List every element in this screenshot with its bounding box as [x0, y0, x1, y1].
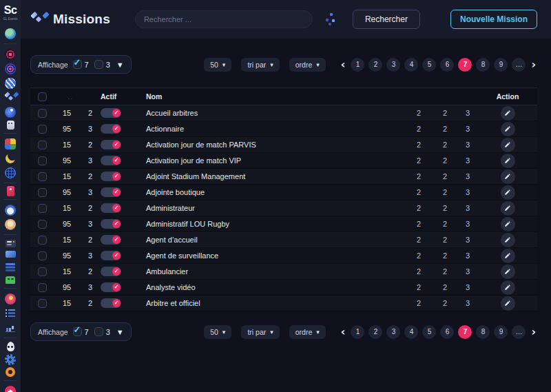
radio-icon[interactable]: [6, 240, 16, 247]
active-toggle[interactable]: ✓: [101, 140, 121, 149]
page-button[interactable]: 5: [422, 325, 436, 339]
page-button[interactable]: 3: [386, 58, 400, 72]
active-toggle[interactable]: ✓: [101, 108, 121, 118]
row-checkbox[interactable]: [38, 172, 47, 181]
edit-button[interactable]: [501, 185, 515, 200]
monitor-icon[interactable]: [6, 251, 16, 258]
page-button[interactable]: 8: [476, 325, 490, 339]
page-button[interactable]: 7: [458, 325, 472, 339]
edit-button[interactable]: [501, 122, 515, 136]
active-toggle[interactable]: ✓: [101, 124, 121, 134]
page-button[interactable]: 9: [494, 325, 508, 339]
page-button[interactable]: 2: [368, 325, 382, 339]
new-mission-button[interactable]: Nouvelle Mission: [450, 10, 537, 29]
edit-button[interactable]: [501, 233, 515, 247]
page-button[interactable]: 8: [476, 58, 490, 72]
app-logo[interactable]: Sc: [4, 5, 17, 16]
edit-button[interactable]: [501, 138, 515, 152]
row-checkbox[interactable]: [38, 141, 47, 149]
robot-icon[interactable]: [7, 121, 14, 130]
edit-button[interactable]: [501, 280, 515, 295]
moon-icon[interactable]: [5, 153, 16, 164]
display-option-checkbox[interactable]: ✓: [94, 60, 103, 69]
page-button[interactable]: 7: [458, 58, 472, 72]
edit-button[interactable]: [501, 154, 515, 168]
active-toggle[interactable]: ✓: [101, 187, 121, 197]
select-all-checkbox[interactable]: [38, 92, 47, 101]
active-toggle[interactable]: ✓: [101, 282, 121, 292]
edit-button[interactable]: [501, 217, 515, 231]
row-checkbox[interactable]: [38, 220, 47, 229]
next-page-button[interactable]: ›: [530, 59, 537, 70]
display-option-checkbox[interactable]: ✓: [94, 327, 103, 336]
alien-white-icon[interactable]: [7, 342, 14, 351]
order-select[interactable]: ordre ▾: [289, 325, 326, 339]
active-toggle[interactable]: ✓: [101, 203, 121, 213]
server-icon[interactable]: [5, 262, 16, 273]
sort-select[interactable]: tri par ▾: [241, 58, 279, 72]
gear-icon[interactable]: [5, 354, 16, 365]
display-option-checkbox[interactable]: ✓: [73, 60, 82, 69]
row-checkbox[interactable]: [38, 236, 47, 245]
active-toggle[interactable]: ✓: [101, 172, 121, 181]
edit-button[interactable]: [501, 249, 515, 263]
prev-page-button[interactable]: ‹: [340, 59, 347, 70]
page-button[interactable]: 4: [404, 325, 418, 339]
target-purple-icon[interactable]: [5, 63, 16, 74]
planet-icon[interactable]: [5, 107, 16, 118]
sphere-striped-icon[interactable]: [5, 78, 16, 89]
active-toggle[interactable]: ✓: [101, 156, 121, 165]
page-button[interactable]: 6: [440, 325, 454, 339]
row-checkbox[interactable]: [38, 283, 47, 292]
active-toggle[interactable]: ✓: [101, 251, 121, 260]
globe-icon[interactable]: [5, 28, 16, 39]
display-filter[interactable]: Affichage ✓ 7: [30, 55, 132, 74]
page-button[interactable]: …: [512, 58, 526, 72]
chevron-down-icon[interactable]: ▼: [116, 328, 124, 336]
active-toggle[interactable]: ✓: [101, 235, 121, 245]
display-option-checkbox[interactable]: ✓: [73, 327, 82, 336]
sort-select[interactable]: tri par ▾: [241, 325, 279, 339]
palette-icon[interactable]: [5, 138, 16, 149]
satellite-icon[interactable]: [5, 92, 16, 103]
astronaut-icon[interactable]: [5, 219, 16, 230]
edit-button[interactable]: [501, 296, 515, 311]
active-toggle[interactable]: ✓: [101, 219, 121, 229]
display-filter[interactable]: Affichage ✓ 7: [30, 322, 132, 341]
search-button[interactable]: Rechercher: [353, 10, 420, 29]
page-button[interactable]: …: [512, 325, 526, 339]
row-checkbox[interactable]: [38, 188, 47, 197]
active-toggle[interactable]: ✓: [101, 298, 121, 308]
row-checkbox[interactable]: [38, 251, 47, 260]
tasks-icon[interactable]: [5, 308, 16, 319]
row-checkbox[interactable]: [38, 267, 47, 276]
row-checkbox[interactable]: [38, 109, 47, 118]
active-toggle[interactable]: ✓: [101, 267, 121, 276]
card-icon[interactable]: [7, 186, 14, 196]
edit-button[interactable]: [501, 201, 515, 216]
edit-button[interactable]: [501, 265, 515, 279]
page-button[interactable]: 1: [351, 58, 364, 72]
alien-green-icon[interactable]: [6, 276, 15, 284]
badge-icon[interactable]: [5, 293, 16, 305]
page-button[interactable]: 1: [351, 325, 364, 339]
row-checkbox[interactable]: [38, 156, 47, 165]
page-size-select[interactable]: 50 ▾: [204, 58, 231, 72]
page-button[interactable]: 9: [494, 58, 508, 72]
page-button[interactable]: 2: [368, 58, 382, 72]
chart-icon[interactable]: [5, 322, 16, 333]
row-checkbox[interactable]: [38, 125, 47, 134]
page-size-select[interactable]: 50 ▾: [204, 325, 231, 339]
row-checkbox[interactable]: [38, 299, 47, 308]
globe-grid-icon[interactable]: [5, 167, 16, 178]
order-select[interactable]: ordre ▾: [289, 58, 326, 72]
prev-page-button[interactable]: ‹: [340, 327, 347, 338]
page-button[interactable]: 4: [404, 58, 418, 72]
search-input[interactable]: [135, 10, 313, 28]
chevron-down-icon[interactable]: ▼: [116, 61, 124, 69]
edit-button[interactable]: [501, 169, 515, 184]
page-button[interactable]: 6: [440, 58, 454, 72]
page-button[interactable]: 3: [386, 325, 400, 339]
page-button[interactable]: 5: [422, 58, 436, 72]
next-page-button[interactable]: ›: [530, 327, 537, 338]
